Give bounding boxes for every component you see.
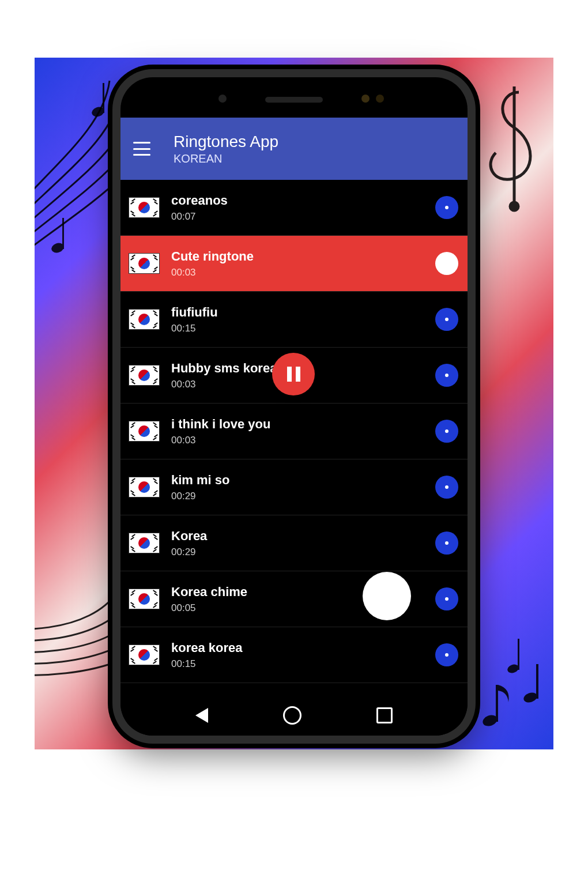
touch-ripple: [363, 572, 411, 620]
ringtone-duration: 00:07: [171, 211, 435, 223]
ringtone-name: kim mi so: [171, 472, 435, 488]
list-item[interactable]: Korea chime00:05: [120, 571, 468, 627]
svg-rect-1: [62, 218, 64, 249]
list-item[interactable]: coreanos00:07: [120, 180, 468, 236]
ringtone-duration: 00:15: [171, 658, 435, 670]
home-icon[interactable]: [283, 706, 301, 725]
play-button[interactable]: [435, 532, 458, 555]
svg-rect-3: [103, 83, 104, 113]
ringtone-name: korea korea: [171, 640, 435, 656]
ringtone-duration: 00:29: [171, 546, 435, 558]
pause-icon: [287, 367, 300, 382]
korea-flag-icon: [129, 421, 160, 442]
list-item[interactable]: korea korea00:15: [120, 627, 468, 683]
korea-flag-icon: [129, 533, 160, 553]
phone-top-bezel: [120, 77, 468, 118]
ringtone-name: Korea: [171, 528, 435, 544]
ringtone-list[interactable]: coreanos00:07Cute ringtone00:03fiufiufiu…: [120, 180, 468, 683]
svg-point-7: [522, 691, 538, 704]
ringtone-name: i think i love you: [171, 416, 435, 432]
play-button[interactable]: [435, 364, 458, 387]
back-icon[interactable]: [195, 708, 208, 723]
play-button[interactable]: [435, 252, 458, 275]
app-subtitle: KOREAN: [174, 152, 278, 165]
list-item[interactable]: i think i love you00:03: [120, 404, 468, 459]
ringtone-duration: 00:29: [171, 491, 435, 502]
ringtone-duration: 00:03: [171, 435, 435, 446]
korea-flag-icon: [129, 589, 160, 609]
korea-flag-icon: [129, 309, 160, 330]
ringtone-duration: 00:15: [171, 323, 435, 334]
play-button[interactable]: [435, 196, 458, 219]
korea-flag-icon: [129, 477, 160, 497]
app-bar: Ringtones App KOREAN: [120, 118, 468, 180]
phone-frame: Ringtones App KOREAN coreanos00:07Cute r…: [112, 69, 476, 744]
ringtone-name: fiufiufiu: [171, 304, 435, 321]
svg-rect-10: [518, 639, 519, 670]
svg-rect-6: [496, 685, 498, 722]
korea-flag-icon: [129, 197, 160, 218]
app-title: Ringtones App: [174, 132, 278, 152]
play-button[interactable]: [435, 587, 458, 610]
list-item[interactable]: Korea00:29: [120, 515, 468, 571]
ringtone-name: Cute ringtone: [171, 248, 435, 265]
korea-flag-icon: [129, 644, 160, 665]
list-item[interactable]: kim mi so00:29: [120, 459, 468, 515]
list-item[interactable]: Cute ringtone00:03: [120, 236, 468, 292]
play-button[interactable]: [435, 643, 458, 666]
play-button[interactable]: [435, 476, 458, 499]
list-item[interactable]: fiufiufiu00:15: [120, 292, 468, 348]
recent-icon[interactable]: [376, 707, 393, 723]
korea-flag-icon: [129, 253, 160, 274]
svg-point-4: [510, 202, 518, 210]
pause-fab[interactable]: [272, 353, 315, 395]
ringtone-duration: 00:03: [171, 267, 435, 278]
play-button[interactable]: [435, 308, 458, 331]
screen: Ringtones App KOREAN coreanos00:07Cute r…: [120, 118, 468, 695]
play-button[interactable]: [435, 420, 458, 443]
android-nav-bar: [120, 695, 468, 736]
korea-flag-icon: [129, 365, 160, 386]
svg-rect-8: [536, 664, 538, 699]
ringtone-name: coreanos: [171, 193, 435, 209]
menu-icon[interactable]: [133, 142, 150, 156]
